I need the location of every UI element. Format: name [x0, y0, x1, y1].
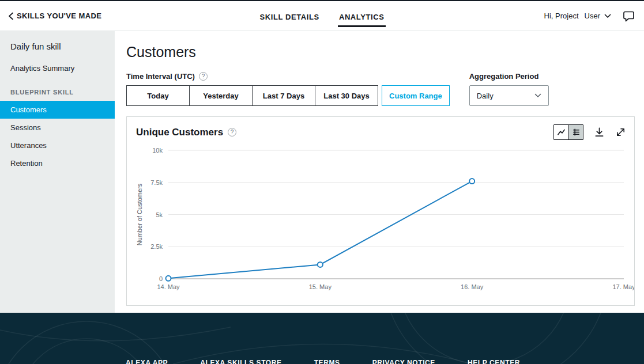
unique-customers-help-icon[interactable]: ? [228, 128, 236, 136]
card-title-row: Unique Customers ? [136, 127, 236, 138]
aggregation-label: Aggregation Period [469, 72, 549, 81]
time-interval-group: Time Interval (UTC) ? Today Yesterday La… [126, 72, 450, 106]
card-actions [553, 124, 626, 140]
fullscreen-button[interactable] [615, 127, 626, 138]
data-point[interactable] [318, 262, 323, 267]
top-nav: SKILLS YOU'VE MADE SKILL DETAILS ANALYTI… [0, 1, 644, 31]
sidebar-section-label: BLUEPRINT SKILL [0, 81, 115, 101]
time-interval-help-icon[interactable]: ? [199, 72, 208, 81]
footer-link-help-center[interactable]: HELP CENTER [468, 359, 520, 364]
interval-button-today[interactable]: Today [126, 85, 190, 106]
footer-link-alexa-skills-store[interactable]: ALEXA SKILLS STORE [200, 359, 281, 364]
footer-link-privacy-notice[interactable]: PRIVACY NOTICE [372, 359, 435, 364]
feedback-icon[interactable] [623, 10, 635, 22]
y-tick-label: 5k [156, 211, 163, 218]
page-title: Customers [126, 44, 635, 60]
main-tabs: SKILL DETAILS ANALYTICS [259, 1, 386, 31]
chevron-left-icon [8, 12, 14, 20]
page: SKILLS YOU'VE MADE SKILL DETAILS ANALYTI… [0, 0, 644, 364]
download-button[interactable] [594, 127, 605, 138]
sidebar-item-utterances[interactable]: Utterances [0, 136, 115, 154]
footer-wave-pattern [0, 313, 644, 364]
footer-links: ALEXA APP ALEXA SKILLS STORE TERMS PRIVA… [126, 359, 520, 364]
line-chart-icon [557, 128, 566, 136]
interval-button-group: Today Yesterday Last 7 Days Last 30 Days… [126, 85, 450, 106]
data-point[interactable] [469, 179, 474, 184]
x-tick-label: 15. May [309, 283, 332, 290]
x-tick-label: 17. May [612, 283, 634, 290]
x-tick-label: 14. May [157, 283, 180, 290]
table-view-toggle[interactable] [568, 125, 583, 139]
y-axis-label: Number of Customers [136, 183, 143, 245]
interval-button-custom-range[interactable]: Custom Range [382, 85, 450, 106]
sidebar-item-retention[interactable]: Retention [0, 154, 115, 172]
sidebar-item-sessions[interactable]: Sessions [0, 119, 115, 136]
interval-button-yesterday[interactable]: Yesterday [189, 85, 253, 106]
chevron-down-icon[interactable] [604, 14, 611, 18]
user-area: Hi, Project User [544, 10, 635, 22]
card-title: Unique Customers [136, 127, 223, 138]
tab-skill-details[interactable]: SKILL DETAILS [259, 8, 321, 27]
interval-button-last-7-days[interactable]: Last 7 Days [252, 85, 315, 106]
aggregation-select[interactable]: Daily [469, 85, 549, 106]
y-tick-label: 7.5k [150, 179, 163, 186]
footer-link-terms[interactable]: TERMS [314, 359, 340, 364]
unique-customers-card: Unique Customers ? [126, 116, 635, 306]
aggregation-selected-value: Daily [477, 92, 494, 100]
unique-customers-chart: 02.5k5k7.5k10k14. May15. May16. May17. M… [127, 142, 634, 302]
back-link[interactable]: SKILLS YOU'VE MADE [8, 12, 101, 20]
controls-row: Time Interval (UTC) ? Today Yesterday La… [126, 72, 635, 106]
tab-analytics[interactable]: ANALYTICS [338, 8, 386, 27]
back-label: SKILLS YOU'VE MADE [17, 12, 101, 20]
footer: ALEXA APP ALEXA SKILLS STORE TERMS PRIVA… [0, 313, 644, 364]
user-greeting: Hi, Project [544, 12, 579, 20]
interval-button-last-30-days[interactable]: Last 30 Days [315, 85, 378, 106]
aggregation-group: Aggregation Period Daily [469, 72, 549, 106]
y-tick-label: 10k [152, 147, 163, 154]
time-interval-label-row: Time Interval (UTC) ? [126, 72, 450, 81]
x-tick-label: 16. May [461, 283, 484, 290]
table-icon [572, 128, 581, 136]
chevron-down-icon [534, 93, 541, 98]
data-point[interactable] [166, 276, 171, 281]
app-body: Daily fun skill Analytics Summary BLUEPR… [0, 31, 644, 313]
sidebar-item-customers[interactable]: Customers [0, 101, 115, 119]
view-toggle-group [553, 124, 583, 140]
main-content: Customers Time Interval (UTC) ? Today Ye… [115, 31, 644, 313]
chart-view-toggle[interactable] [554, 125, 568, 139]
sidebar: Daily fun skill Analytics Summary BLUEPR… [0, 31, 115, 313]
expand-diagonal-icon [615, 127, 626, 138]
footer-link-alexa-app[interactable]: ALEXA APP [126, 359, 168, 364]
y-tick-label: 2.5k [150, 243, 163, 250]
skill-name: Daily fun skill [0, 31, 115, 56]
user-name[interactable]: User [585, 12, 600, 20]
download-icon [594, 127, 605, 138]
y-tick-label: 0 [159, 275, 163, 282]
time-interval-label: Time Interval (UTC) [126, 72, 195, 81]
card-header: Unique Customers ? [127, 117, 634, 142]
sidebar-item-analytics-summary[interactable]: Analytics Summary [0, 56, 115, 81]
